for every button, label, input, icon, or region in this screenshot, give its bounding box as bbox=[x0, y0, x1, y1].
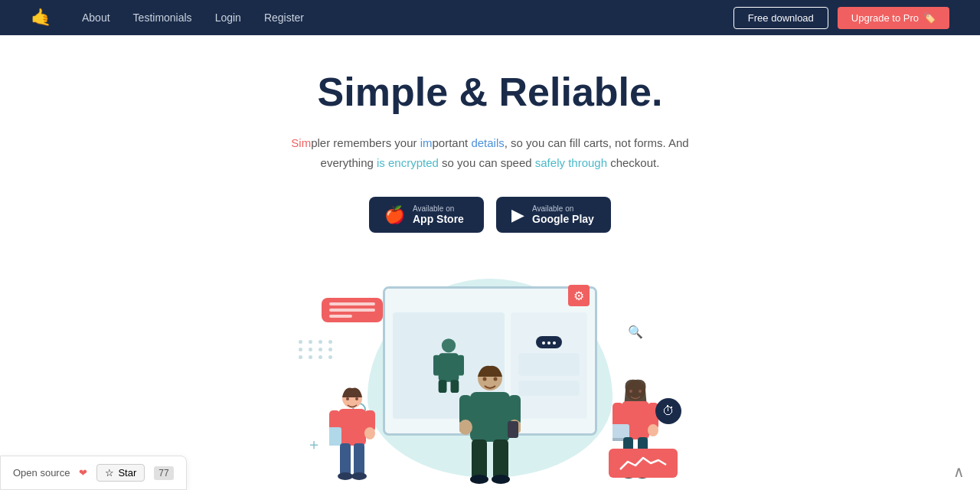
person-center-svg bbox=[459, 363, 521, 485]
svg-rect-27 bbox=[493, 439, 508, 479]
logo[interactable]: 🤙 bbox=[31, 8, 51, 28]
svg-point-45 bbox=[639, 390, 642, 393]
clock-icon: ⏱ bbox=[655, 398, 681, 424]
svg-rect-2 bbox=[433, 354, 439, 375]
person-left-svg bbox=[329, 386, 375, 485]
svg-rect-5 bbox=[451, 380, 459, 393]
speech-bubble bbox=[322, 298, 383, 322]
star-icon: ☆ bbox=[105, 467, 114, 479]
star-button[interactable]: ☆ Star bbox=[96, 464, 145, 482]
hero-title: Simple & Reliable. bbox=[0, 69, 980, 115]
upgrade-to-pro-button[interactable]: Upgrade to Pro 🏷️ bbox=[838, 7, 949, 29]
appstore-label-bottom: App Store bbox=[413, 213, 464, 225]
svg-point-17 bbox=[346, 397, 349, 400]
person-center bbox=[459, 363, 521, 485]
decorative-dots bbox=[299, 340, 335, 359]
svg-point-11 bbox=[364, 427, 375, 439]
bottom-bar: Open source ❤ ☆ Star 77 bbox=[0, 456, 187, 485]
googleplay-button[interactable]: ▶ Available on Google Play bbox=[496, 197, 611, 233]
store-buttons: 🍎 Available on App Store ▶ Available on … bbox=[0, 197, 980, 233]
chart-box bbox=[609, 449, 678, 478]
upgrade-emoji-icon: 🏷️ bbox=[923, 12, 936, 24]
nav-login[interactable]: Login bbox=[215, 11, 241, 24]
svg-point-37 bbox=[648, 424, 658, 436]
appstore-text: Available on App Store bbox=[413, 204, 464, 225]
desc-simpler-start: Sim bbox=[291, 136, 311, 149]
nav-actions: Free download Upgrade to Pro 🏷️ bbox=[733, 7, 949, 29]
svg-rect-12 bbox=[329, 427, 341, 446]
apple-icon: 🍎 bbox=[384, 205, 405, 225]
svg-rect-20 bbox=[470, 392, 510, 442]
nav-links: About Testimonials Login Register bbox=[82, 11, 733, 24]
svg-point-0 bbox=[442, 338, 456, 352]
free-download-button[interactable]: Free download bbox=[733, 7, 828, 29]
svg-point-30 bbox=[483, 377, 487, 381]
search-decorative-icon: 🔍 bbox=[628, 325, 643, 339]
nav-about[interactable]: About bbox=[82, 11, 110, 24]
svg-rect-1 bbox=[439, 353, 459, 382]
svg-rect-14 bbox=[354, 443, 364, 475]
nav-testimonials[interactable]: Testimonials bbox=[133, 11, 192, 24]
svg-rect-13 bbox=[340, 443, 351, 475]
monitor-content-block2 bbox=[518, 381, 580, 396]
chat-bubble-icon bbox=[536, 336, 562, 348]
svg-rect-4 bbox=[439, 380, 447, 393]
svg-point-15 bbox=[338, 472, 353, 480]
svg-point-44 bbox=[629, 390, 632, 393]
svg-point-18 bbox=[355, 397, 358, 400]
monitor-right-panel bbox=[511, 312, 587, 419]
hero-description: Simpler remembers your important details… bbox=[276, 133, 704, 172]
hero-section: Simple & Reliable. Simpler remembers you… bbox=[0, 0, 980, 485]
svg-point-29 bbox=[492, 475, 510, 484]
open-source-label: Open source bbox=[13, 467, 70, 479]
play-icon: ▶ bbox=[511, 205, 524, 225]
svg-rect-26 bbox=[472, 439, 487, 479]
googleplay-label-top: Available on bbox=[532, 204, 594, 213]
googleplay-label-bottom: Google Play bbox=[532, 213, 594, 225]
star-count: 77 bbox=[154, 466, 173, 480]
star-label: Star bbox=[118, 467, 136, 479]
settings-icon: ⚙ bbox=[568, 285, 590, 306]
logo-icon: 🤙 bbox=[31, 8, 51, 28]
scroll-up-button[interactable]: ∧ bbox=[953, 462, 965, 481]
svg-point-16 bbox=[351, 472, 367, 480]
googleplay-text: Available on Google Play bbox=[532, 204, 594, 225]
hero-illustration: ⚙ ✕ bbox=[260, 263, 720, 485]
person-left bbox=[329, 386, 375, 485]
svg-point-28 bbox=[470, 475, 488, 484]
navbar: 🤙 About Testimonials Login Register Free… bbox=[0, 0, 980, 35]
svg-rect-7 bbox=[338, 409, 366, 446]
monitor-content-block bbox=[518, 353, 580, 376]
appstore-label-top: Available on bbox=[413, 204, 464, 213]
heart-icon: ❤ bbox=[79, 467, 87, 479]
chart-svg bbox=[616, 454, 670, 472]
nav-register[interactable]: Register bbox=[264, 11, 304, 24]
upgrade-label: Upgrade to Pro bbox=[851, 12, 919, 24]
svg-point-31 bbox=[494, 377, 498, 381]
appstore-button[interactable]: 🍎 Available on App Store bbox=[369, 197, 484, 233]
svg-rect-25 bbox=[508, 421, 518, 438]
plus-decorative-icon: ＋ bbox=[306, 434, 322, 455]
